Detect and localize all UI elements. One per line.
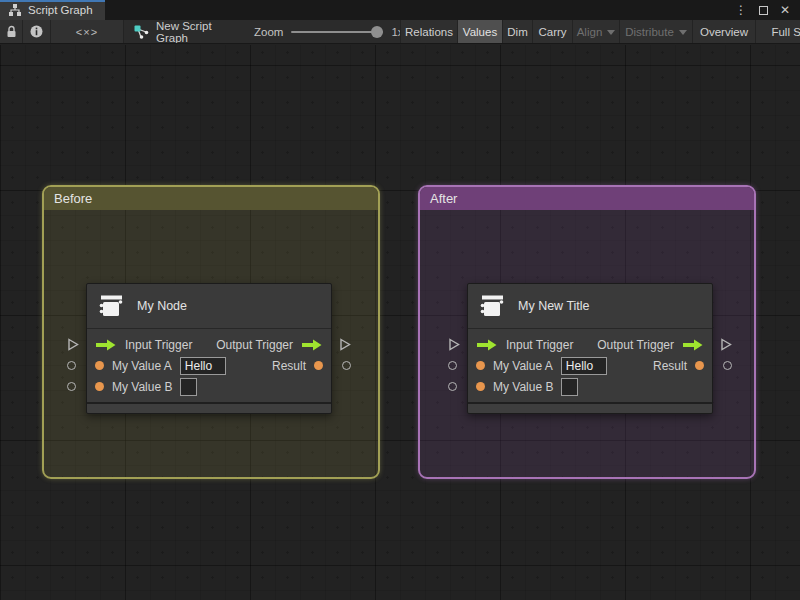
- graph-name-button[interactable]: New Script Graph: [124, 20, 236, 43]
- value-b-input[interactable]: [561, 378, 578, 396]
- zoom-slider[interactable]: [291, 20, 383, 44]
- output-trigger-label: Output Trigger: [216, 338, 293, 352]
- distribute-label: Distribute: [625, 26, 674, 38]
- trigger-in-arrow-icon[interactable]: [476, 338, 498, 352]
- outer-trigger-out-port-icon[interactable]: [339, 338, 351, 351]
- trigger-out-arrow-icon[interactable]: [301, 338, 323, 352]
- carry-button[interactable]: Carry: [532, 20, 572, 44]
- result-port-icon[interactable]: [695, 361, 704, 370]
- value-port-icon[interactable]: [95, 382, 104, 391]
- full-screen-label: Full Screen: [771, 26, 800, 38]
- input-trigger-label: Input Trigger: [125, 338, 192, 352]
- value-port-icon[interactable]: [95, 361, 104, 370]
- value-b-input[interactable]: [180, 378, 197, 396]
- zoom-label: Zoom: [254, 26, 283, 38]
- value-a-input[interactable]: [561, 357, 607, 375]
- port-row-value-a: My Value A Result: [87, 355, 331, 376]
- value-b-label: My Value B: [493, 380, 553, 394]
- tab-script-graph[interactable]: Script Graph: [0, 0, 105, 20]
- lock-button[interactable]: [0, 20, 23, 43]
- node-header[interactable]: My New Title: [468, 284, 712, 329]
- trigger-out-arrow-icon[interactable]: [682, 338, 704, 352]
- group-before-header[interactable]: Before: [44, 187, 378, 210]
- script-graph-icon: [8, 3, 22, 17]
- tab-bar: Script Graph ⋮ ✕: [0, 0, 800, 20]
- dim-button[interactable]: Dim: [502, 20, 532, 44]
- outer-value-a-port-icon[interactable]: [67, 361, 76, 370]
- dim-label: Dim: [507, 26, 527, 38]
- node-my-new-title[interactable]: My New Title Input Trigger Output Trigge…: [467, 283, 713, 414]
- node-footer[interactable]: [87, 402, 331, 413]
- port-row-value-b: My Value B: [87, 376, 331, 397]
- code-view-button[interactable]: <×>: [51, 20, 124, 43]
- close-icon[interactable]: ✕: [776, 1, 794, 19]
- value-a-input[interactable]: [180, 357, 226, 375]
- distribute-button[interactable]: Distribute: [619, 20, 692, 44]
- zoom-slider-thumb[interactable]: [371, 26, 383, 38]
- node-title: My Node: [137, 299, 187, 313]
- port-row-value-a: My Value A Result: [468, 355, 712, 376]
- align-label: Align: [577, 26, 603, 38]
- overview-label: Overview: [700, 26, 748, 38]
- group-after-header[interactable]: After: [420, 187, 754, 210]
- info-icon: [30, 25, 43, 38]
- outer-trigger-in-port-icon[interactable]: [448, 338, 460, 351]
- node-my-node[interactable]: My Node Input Trigger Output Trigger: [86, 283, 332, 414]
- kebab-menu-icon[interactable]: ⋮: [732, 1, 750, 19]
- code-icon: <×>: [76, 26, 98, 38]
- port-row-trigger: Input Trigger Output Trigger: [87, 334, 331, 355]
- node-title: My New Title: [518, 299, 590, 313]
- relations-button[interactable]: Relations: [400, 20, 457, 44]
- unit-icon: [479, 294, 506, 318]
- full-screen-button[interactable]: Full Screen: [755, 20, 800, 44]
- result-port-icon[interactable]: [314, 361, 323, 370]
- info-button[interactable]: [23, 20, 51, 43]
- align-button[interactable]: Align: [572, 20, 619, 44]
- outer-value-b-port-icon[interactable]: [448, 382, 457, 391]
- outer-value-a-port-icon[interactable]: [448, 361, 457, 370]
- outer-result-port-icon[interactable]: [342, 361, 351, 370]
- graph-canvas[interactable]: Before After My Nod: [0, 45, 800, 600]
- graph-toolbar: <×> New Script Graph Zoom 1x: [0, 20, 800, 44]
- script-graph-window: Script Graph ⋮ ✕: [0, 0, 800, 600]
- outer-trigger-out-port-icon[interactable]: [720, 338, 732, 351]
- value-b-label: My Value B: [112, 380, 172, 394]
- zoom-control: Zoom 1x: [254, 20, 404, 43]
- output-trigger-label: Output Trigger: [597, 338, 674, 352]
- value-port-icon[interactable]: [476, 361, 485, 370]
- toolbar-right-buttons: Relations Values Dim Carry Align Distrib…: [400, 20, 800, 44]
- node-body: Input Trigger Output Trigger: [87, 329, 331, 402]
- zoom-slider-track[interactable]: [291, 31, 383, 33]
- relations-label: Relations: [405, 26, 453, 38]
- group-title: Before: [54, 191, 92, 206]
- trigger-in-arrow-icon[interactable]: [95, 338, 117, 352]
- chevron-down-icon: [607, 30, 615, 35]
- window-controls: ⋮ ✕: [732, 0, 800, 20]
- graph-name-label: New Script Graph: [156, 20, 226, 44]
- result-label: Result: [653, 359, 687, 373]
- unit-icon: [98, 294, 125, 318]
- value-a-label: My Value A: [112, 359, 172, 373]
- outer-trigger-in-port-icon[interactable]: [67, 338, 79, 351]
- outer-value-b-port-icon[interactable]: [67, 382, 76, 391]
- input-trigger-label: Input Trigger: [506, 338, 573, 352]
- node-header[interactable]: My Node: [87, 284, 331, 329]
- tab-title: Script Graph: [28, 4, 93, 16]
- overview-button[interactable]: Overview: [692, 20, 755, 44]
- lock-icon: [6, 25, 17, 38]
- node-body: Input Trigger Output Trigger: [468, 329, 712, 402]
- value-port-icon[interactable]: [476, 382, 485, 391]
- node-footer[interactable]: [468, 402, 712, 413]
- chevron-down-icon: [679, 30, 687, 35]
- maximize-icon[interactable]: [754, 1, 772, 19]
- carry-label: Carry: [538, 26, 566, 38]
- result-label: Result: [272, 359, 306, 373]
- port-row-value-b: My Value B: [468, 376, 712, 397]
- values-label: Values: [463, 26, 497, 38]
- value-a-label: My Value A: [493, 359, 553, 373]
- outer-result-port-icon[interactable]: [723, 361, 732, 370]
- group-title: After: [430, 191, 457, 206]
- values-button[interactable]: Values: [457, 20, 502, 44]
- graph-node-icon: [134, 25, 149, 39]
- port-row-trigger: Input Trigger Output Trigger: [468, 334, 712, 355]
